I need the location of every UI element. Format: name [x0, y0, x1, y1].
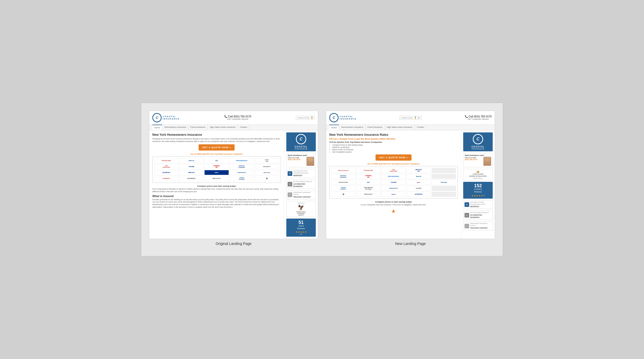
new-nav-contact[interactable]: Contact: [415, 125, 426, 130]
new-header: C COASTAL INSURANCE Trusted Choice 🏅: [326, 111, 495, 125]
new-coastal-widget: C COASTAL INSURANCE: [463, 132, 493, 151]
new-logo: C COASTAL INSURANCE: [329, 113, 357, 122]
new-assist-info: Give us a call: (631) 782-3175: [465, 157, 482, 160]
new-sidebar: C COASTAL INSURANCE Need assistance now?…: [461, 130, 495, 238]
new-logo-empty4: [432, 192, 456, 197]
header-phone: Call (631) 782-3175: [224, 115, 251, 118]
nav-homeowners[interactable]: Homeowners Insurance: [162, 125, 188, 130]
new-logo-other1: ⚙: [331, 192, 355, 197]
logo-progressive: PROGRESSIVE: [230, 158, 254, 163]
new-logos-grid: National General TRAVELERS THEHARTFORD M…: [329, 166, 458, 199]
new-logo-empty1: [432, 168, 456, 173]
new-assist-give: Give us a call:: [465, 157, 482, 159]
new-quote-btn[interactable]: GET A QUOTE NOW »: [376, 154, 411, 161]
new-logo-empty3: [432, 186, 456, 191]
logo-travelers: TRAVELERS: [154, 158, 178, 163]
logo-mercury: MERCURY: [179, 170, 204, 175]
logo-other: ⚙: [255, 176, 279, 181]
original-main-title: New York Homeowners Insurance: [152, 133, 281, 137]
new-assist-row: Give us a call: (631) 782-3175: [465, 157, 491, 166]
original-stars: ★★★★★: [288, 231, 314, 233]
new-nav: Home Homeowners Insurance Flood Insuranc…: [326, 125, 495, 130]
new-sidebar-logo-name: COASTAL: [465, 145, 491, 148]
new-reviews-badge: 152 CertifiedReviews ★★★★★ 5: [463, 182, 493, 199]
new-label: New Landing Page: [328, 242, 492, 246]
nav-home[interactable]: Home: [152, 125, 162, 130]
logo-gmac: GMAC: [204, 170, 229, 175]
logo-nat-general: National General: [331, 168, 355, 173]
bullet-3: Built to Save YOU Money!: [332, 149, 458, 151]
header-service: 24/7 Customer Service: [224, 118, 251, 120]
new-bbb-icon: 🏅: [414, 117, 417, 119]
new-logo-kingstone: KINGSTONE: [331, 180, 355, 185]
logo-hagerty: HAGERTY: [255, 164, 279, 169]
logo-farmers: FARMERSINS: [204, 164, 229, 169]
original-compare-desc: From Long Island to Brooklyn to Queens t…: [152, 188, 281, 193]
new-screenshot: C COASTAL INSURANCE Trusted Choice 🏅: [326, 111, 495, 238]
new-header-center: Trusted Choice 🏅 A+: [399, 116, 422, 120]
new-badge-bbb: $ BETTER BUSINESS BUREAU® ACCREDITED BUS…: [463, 211, 493, 220]
sidebar-logo-name: COASTAL: [288, 145, 314, 148]
original-label: Original Landing Page: [152, 242, 316, 246]
original-what-insured: What is Insured: [152, 195, 281, 198]
new-logo-progressive: PROGRESSIVE: [381, 174, 406, 179]
trusted-text: Trusted Choice: [297, 117, 310, 119]
new-nav-high-value[interactable]: High Value Home Insurance: [385, 125, 415, 130]
new-logo-merchants: MERCHANTS: [356, 192, 380, 197]
badge-newsday: N FEATURED IN STORM PREPAREDNESS GUIDE N…: [286, 169, 316, 178]
indep-bird-icon: 🦅: [288, 204, 314, 211]
assist-need: Need assistance now?: [288, 154, 314, 156]
new-bbb-text: BETTER BUSINESS BUREAU® ACCREDITED BUSIN…: [470, 212, 491, 219]
new-logo-text-block: COASTAL INSURANCE: [340, 115, 357, 120]
newsday-text: FEATURED IN STORM PREPAREDNESS GUIDE NEW…: [293, 170, 314, 177]
new-logo-utica: Utica NationalIns Group: [356, 186, 380, 191]
original-desc: Shopping for the best home insurance pre…: [152, 138, 281, 143]
original-free-quotes: Get 10 FREE QUOTES from Top Rated Insura…: [152, 153, 281, 155]
new-newsday-icon: N: [465, 202, 469, 207]
new-compare-title: Compare prices & start saving today!: [329, 201, 458, 203]
new-sidebar-logo-sub: INSURANCE: [465, 148, 491, 150]
original-reviews-badge: 51 ClientReviews ★★★★★ 4.9: [286, 219, 316, 237]
new-main: New York Homeowners Insurance Rates Fill…: [326, 130, 495, 238]
original-nav: Home Homeowners Insurance Flood Insuranc…: [149, 125, 318, 130]
new-nav-homeowners[interactable]: Homeowners Insurance: [339, 125, 365, 130]
logo-metlife: MetLife: [179, 158, 204, 163]
new-left: New York Homeowners Insurance Rates Fill…: [326, 130, 461, 238]
new-stars: ★★★★★: [471, 195, 483, 197]
original-assist-box: Need assistance now? Give us a call: (63…: [286, 153, 316, 167]
original-column: C COASTAL INSURANCE Call (631) 782-3175 …: [149, 111, 318, 248]
new-logo-name: COASTAL INSURANCE: [340, 115, 357, 120]
new-arrow-icon: ▲: [391, 208, 396, 213]
new-logo-interboro: INTERBORO: [407, 192, 431, 197]
logo-american-commerce: AmericanCommerce: [230, 164, 254, 169]
nav-high-value[interactable]: High Value Home Insurance: [208, 125, 238, 130]
new-badge-newsday: N FEATURED IN STORM PREPAREDNESS GUIDE N…: [463, 200, 493, 209]
new-logo-metlife: MetLife: [407, 174, 431, 179]
nav-flood[interactable]: Flood Insurance: [189, 125, 208, 130]
original-reviews-num: 51: [288, 220, 314, 225]
new-nav-home[interactable]: Home: [329, 125, 339, 130]
new-logo-ocean-harbor: OCEANHARBOR: [331, 186, 355, 191]
logo-adirondack: ADIRONDACK: [230, 170, 254, 175]
new-logo-farmers: FARMERSINS: [356, 174, 380, 179]
new-label-area: New Landing Page: [326, 239, 495, 248]
original-label-area: Original Landing Page: [149, 239, 318, 248]
bullet-1: Compare Prices & Start Saving Today: [332, 144, 458, 146]
nav-contact[interactable]: Contact: [238, 125, 250, 130]
original-what-desc: Provides protection for the dwelling on …: [152, 198, 281, 208]
logo-occidental: OCCIDENTAL: [179, 176, 204, 181]
new-assist-phone: (631) 782-3175: [465, 159, 482, 160]
new-main-title: New York Homeowners Insurance Rates: [329, 133, 458, 137]
new-arrow-area: ▲: [329, 208, 458, 214]
original-coastal-widget: C COASTAL INSURANCE: [286, 132, 316, 151]
logo-pure-nycm: pure nycm: [255, 170, 279, 175]
new-nav-flood[interactable]: Flood Insurance: [365, 125, 385, 130]
new-logo-chubb: CHUBB: [381, 180, 406, 185]
assist-info: Give us a call: (631) 782-3175: [288, 157, 305, 160]
original-reviews-label: ClientReviews: [288, 225, 314, 230]
new-compare-desc: Let our companies earn your business. Fi…: [329, 204, 458, 206]
new-logo-mercury: MERCURYINS: [407, 168, 431, 173]
new-bbb-icon-badge: $: [465, 213, 469, 218]
original-quote-btn[interactable]: GET A QUOTE NOW »: [199, 144, 234, 151]
new-header-service: 24/7 Customer Service: [465, 118, 492, 120]
